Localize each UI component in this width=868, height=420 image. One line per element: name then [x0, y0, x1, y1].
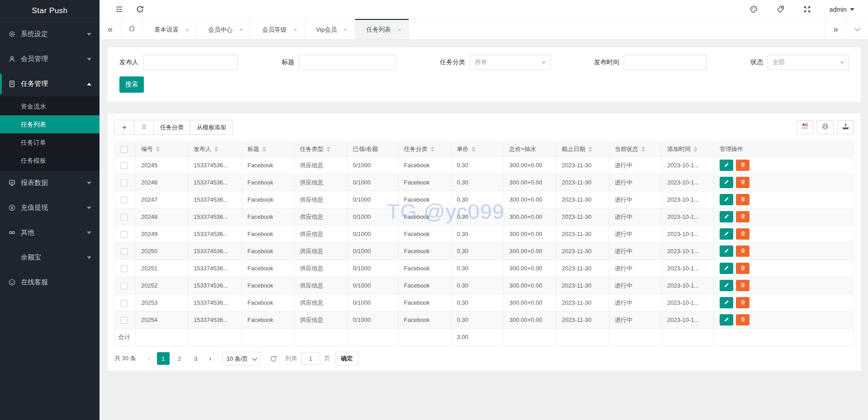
status-select[interactable]: 全部	[768, 55, 849, 70]
sort-icon[interactable]	[431, 146, 434, 152]
print-button[interactable]	[817, 120, 834, 134]
col-header-task_type[interactable]: 任务类型	[294, 142, 347, 157]
edit-button[interactable]	[720, 314, 733, 326]
delete-button[interactable]	[736, 297, 749, 308]
user-menu[interactable]: admin	[830, 6, 854, 13]
edit-button[interactable]	[720, 177, 733, 188]
sidebar-item-report-data[interactable]: 报表数据	[0, 170, 100, 195]
refresh-icon[interactable]	[136, 5, 144, 14]
category-select[interactable]: 所有	[470, 55, 550, 70]
delete-selected-button[interactable]	[134, 120, 154, 135]
pager-refresh-icon[interactable]	[270, 355, 277, 363]
sidebar-item-fund-flow[interactable]: 资金流水	[0, 97, 100, 115]
sort-icon[interactable]	[214, 146, 218, 152]
task-category-button[interactable]: 任务分类	[153, 120, 190, 135]
col-header-publisher[interactable]: 发布人	[188, 142, 242, 157]
edit-button[interactable]	[720, 194, 733, 205]
close-icon[interactable]: ×	[185, 26, 189, 33]
delete-button[interactable]	[736, 314, 749, 326]
col-header-id[interactable]: 编号	[136, 142, 188, 157]
col-header-added_time[interactable]: 添加时间	[662, 142, 714, 157]
col-header-unit_price[interactable]: 单价	[451, 142, 504, 157]
col-header-title[interactable]: 标题	[242, 142, 294, 157]
tabs-scroll-right-icon[interactable]: »	[825, 19, 846, 39]
sidebar-item-recharge-withdraw[interactable]: 充值提现	[0, 195, 100, 220]
delete-button[interactable]	[736, 160, 749, 171]
edit-button[interactable]	[720, 228, 733, 240]
row-checkbox[interactable]	[121, 317, 128, 324]
theme-palette-icon[interactable]	[749, 5, 758, 14]
sort-icon[interactable]	[472, 146, 475, 152]
close-icon[interactable]: ×	[293, 26, 297, 33]
delete-button[interactable]	[736, 228, 749, 240]
toggle-columns-button[interactable]	[797, 120, 813, 134]
tab-member-level[interactable]: 会员等级×	[251, 19, 304, 39]
next-page-icon[interactable]: ›	[204, 352, 217, 365]
page-button-3[interactable]: 3	[190, 352, 202, 365]
row-checkbox[interactable]	[121, 214, 128, 221]
tab-vip-member[interactable]: Vip会员×	[305, 19, 355, 39]
edit-button[interactable]	[720, 245, 733, 257]
row-checkbox[interactable]	[121, 162, 128, 169]
page-button-1[interactable]: 1	[157, 352, 170, 365]
edit-button[interactable]	[720, 263, 733, 274]
sidebar-item-online-support[interactable]: 在线客服	[0, 270, 100, 295]
sidebar-item-task-templates[interactable]: 任务模板	[0, 151, 100, 170]
close-icon[interactable]: ×	[398, 26, 401, 33]
prev-page-icon[interactable]: ‹	[142, 352, 155, 365]
confirm-button[interactable]: 确定	[335, 352, 359, 365]
delete-button[interactable]	[736, 211, 749, 222]
page-button-2[interactable]: 2	[173, 352, 186, 365]
sort-icon[interactable]	[262, 146, 266, 152]
delete-button[interactable]	[736, 194, 749, 205]
row-checkbox[interactable]	[121, 179, 128, 186]
sort-icon[interactable]	[588, 146, 592, 152]
sidebar-item-system-settings[interactable]: 系统设定	[0, 22, 100, 47]
tab-basic-settings[interactable]: 基本设置×	[143, 19, 197, 39]
tab-task-list[interactable]: 任务列表×	[355, 19, 409, 39]
sidebar-item-task-list[interactable]: 任务列表	[0, 115, 100, 133]
delete-button[interactable]	[736, 280, 749, 291]
goto-page-input[interactable]	[301, 352, 320, 365]
tabs-menu-icon[interactable]	[846, 19, 868, 39]
sort-icon[interactable]	[327, 146, 330, 152]
edit-button[interactable]	[720, 280, 733, 291]
col-header-deadline[interactable]: 截止日期	[556, 142, 609, 157]
sidebar-collapse-icon[interactable]	[115, 5, 123, 14]
close-icon[interactable]: ×	[344, 26, 347, 33]
delete-button[interactable]	[736, 245, 749, 257]
sidebar-item-yuebao[interactable]: 余额宝	[0, 245, 100, 270]
row-checkbox[interactable]	[121, 231, 128, 238]
edit-button[interactable]	[720, 211, 733, 222]
delete-button[interactable]	[736, 177, 749, 188]
tab-member-center[interactable]: 会员中心×	[197, 19, 251, 39]
select-all-checkbox[interactable]	[121, 146, 128, 153]
export-button[interactable]	[837, 120, 854, 134]
sidebar-item-member-management[interactable]: 会员管理	[0, 47, 100, 71]
edit-button[interactable]	[720, 160, 733, 171]
sort-icon[interactable]	[694, 146, 697, 152]
search-button[interactable]: 搜索	[119, 76, 144, 93]
publish_time-input[interactable]	[624, 55, 707, 70]
close-icon[interactable]: ×	[239, 26, 243, 33]
row-checkbox[interactable]	[121, 197, 128, 203]
delete-button[interactable]	[736, 263, 749, 274]
edit-button[interactable]	[720, 297, 733, 308]
sidebar-item-task-orders[interactable]: 任务订单	[0, 133, 100, 151]
sidebar-item-task-management[interactable]: 任务管理	[0, 71, 100, 96]
row-checkbox[interactable]	[121, 283, 128, 289]
add-task-button[interactable]: +	[114, 120, 134, 135]
sidebar-item-others[interactable]: 其他	[0, 220, 100, 245]
col-header-status[interactable]: 当前状态	[609, 142, 662, 157]
sort-icon[interactable]	[156, 146, 160, 152]
col-header-category[interactable]: 任务分类	[398, 142, 451, 157]
row-checkbox[interactable]	[121, 300, 128, 307]
add-from-template-button[interactable]: 从模板添加	[190, 120, 233, 135]
sort-icon[interactable]	[641, 146, 645, 152]
title-input[interactable]	[299, 55, 396, 70]
fullscreen-icon[interactable]	[803, 5, 811, 14]
page-size-select[interactable]: 10 条/页	[222, 352, 261, 365]
row-checkbox[interactable]	[121, 265, 128, 272]
tabs-scroll-left-icon[interactable]: «	[100, 19, 121, 39]
row-checkbox[interactable]	[121, 248, 128, 255]
